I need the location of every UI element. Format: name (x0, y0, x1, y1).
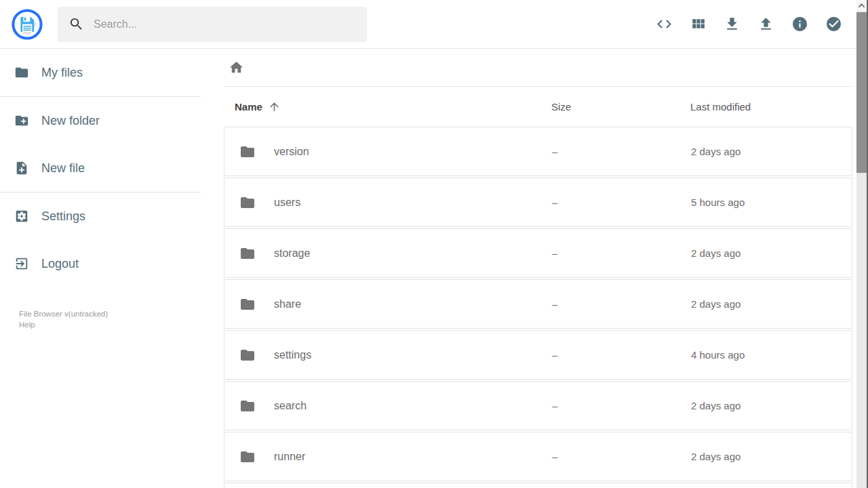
help-link[interactable]: Help (19, 319, 108, 330)
file-name: settings (274, 349, 311, 361)
search-icon (68, 16, 84, 32)
column-header-modified[interactable]: Last modified (690, 101, 852, 113)
code-icon (656, 16, 673, 33)
floppy-disk-icon (12, 9, 43, 40)
listing-header: Name Size Last modified (224, 87, 852, 127)
file-modified: 2 days ago (691, 298, 852, 310)
file-size: – (552, 349, 691, 361)
file-size: – (552, 400, 691, 411)
sidebar-item-logout[interactable]: Logout (0, 240, 224, 287)
file-name: storage (274, 247, 310, 260)
file-size: – (552, 298, 691, 310)
folder-icon (239, 347, 256, 363)
sidebar-item-label: My files (41, 66, 83, 80)
upload-button[interactable] (749, 8, 783, 41)
info-icon (791, 16, 808, 33)
settings-icon (14, 209, 29, 224)
table-row[interactable]: runner – 2 days ago (224, 432, 852, 481)
sort-ascending-icon (268, 100, 281, 113)
file-name: version (274, 146, 309, 158)
table-row[interactable]: storage – 2 days ago (224, 228, 852, 278)
file-modified: 4 hours ago (691, 349, 852, 361)
file-modified: 2 days ago (691, 451, 852, 462)
check-circle-icon (825, 16, 842, 33)
search-bar[interactable] (58, 7, 367, 42)
file-size: – (552, 197, 691, 208)
info-button[interactable] (783, 8, 816, 41)
file-modified: 5 hours ago (691, 197, 852, 208)
table-row[interactable]: users – 5 hours ago (224, 178, 852, 227)
new-folder-icon (14, 113, 29, 128)
table-row[interactable]: settings – 4 hours ago (224, 330, 852, 380)
file-size: – (552, 451, 691, 462)
file-size: – (552, 146, 691, 157)
version-text: File Browser v(untracked) (19, 308, 108, 319)
code-view-button[interactable] (647, 8, 681, 41)
file-modified: 2 days ago (691, 400, 852, 411)
home-icon[interactable] (229, 60, 244, 75)
scrollbar-up-button[interactable] (856, 0, 867, 12)
sidebar-footer: File Browser v(untracked) Help (19, 308, 108, 330)
folder-icon (239, 195, 256, 211)
file-modified: 2 days ago (691, 247, 852, 259)
file-listing: Name Size Last modified version – (224, 49, 868, 488)
file-size: – (552, 247, 691, 259)
sidebar-item-label: New file (41, 161, 85, 176)
column-header-name[interactable]: Name (235, 100, 551, 113)
upload-icon (757, 16, 774, 33)
sidebar-item-new-file[interactable]: New file (0, 144, 224, 192)
table-row-partial[interactable] (224, 483, 852, 488)
file-modified: 2 days ago (691, 146, 852, 157)
sidebar-item-label: Logout (41, 257, 79, 271)
chevron-up-icon (859, 3, 865, 10)
file-name: search (274, 400, 307, 412)
select-multiple-button[interactable] (816, 8, 850, 41)
folder-icon (14, 65, 29, 80)
table-row[interactable]: share – 2 days ago (224, 279, 852, 329)
top-bar (0, 0, 868, 49)
download-button[interactable] (715, 8, 749, 41)
file-name: users (274, 197, 300, 209)
grid-view-icon (690, 16, 707, 33)
breadcrumb (224, 49, 852, 86)
toolbar-actions (647, 8, 850, 41)
folder-icon (239, 398, 256, 414)
sidebar-item-my-files[interactable]: My files (0, 49, 224, 96)
sidebar-item-label: Settings (41, 209, 85, 224)
folder-icon (239, 144, 256, 160)
listing-rows: version – 2 days ago users – 5 hours ago (224, 127, 852, 488)
scrollbar-thumb[interactable] (856, 12, 867, 173)
sidebar-item-settings[interactable]: Settings (0, 192, 224, 240)
file-name: runner (274, 451, 305, 463)
search-input[interactable] (94, 18, 356, 30)
folder-icon (239, 449, 256, 465)
folder-icon (239, 245, 256, 262)
filebrowser-logo[interactable] (12, 9, 43, 40)
table-row[interactable]: search – 2 days ago (224, 381, 852, 430)
sidebar-item-new-folder[interactable]: New folder (0, 97, 224, 144)
column-header-size[interactable]: Size (551, 101, 690, 113)
download-icon (724, 16, 741, 33)
scrollbar (856, 0, 868, 488)
table-row[interactable]: version – 2 days ago (224, 127, 852, 176)
grid-view-button[interactable] (681, 8, 715, 41)
sidebar: My files New folder New file Settings (0, 49, 224, 488)
sidebar-item-label: New folder (41, 114, 100, 128)
file-name: share (274, 298, 301, 310)
folder-icon (239, 296, 256, 312)
logout-icon (14, 256, 29, 271)
new-file-icon (14, 161, 29, 176)
